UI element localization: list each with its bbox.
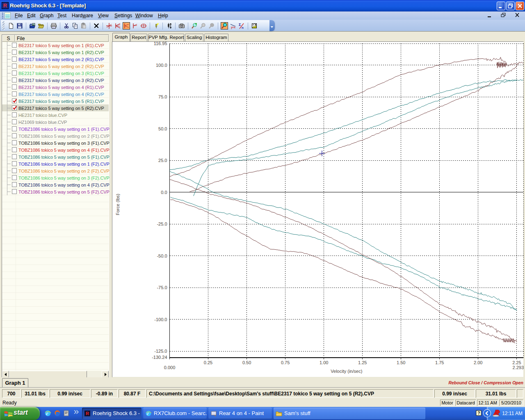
svg-text:75.0: 75.0 <box>158 94 167 99</box>
svg-text:116.95: 116.95 <box>154 41 167 46</box>
svg-text:R: R <box>86 411 89 416</box>
svg-text:25.0: 25.0 <box>158 158 167 163</box>
svg-text:0.000: 0.000 <box>164 365 176 370</box>
svg-text:1.75: 1.75 <box>435 360 444 365</box>
svg-text:y=x: y=x <box>231 26 235 29</box>
svg-text:n: n <box>242 26 244 29</box>
svg-text:2.293: 2.293 <box>513 365 524 370</box>
svg-text:-75.0: -75.0 <box>157 285 167 290</box>
svg-text:-50.0: -50.0 <box>157 253 167 258</box>
svg-text:2.00: 2.00 <box>474 360 482 365</box>
svg-text:-25.0: -25.0 <box>157 221 167 226</box>
svg-text:0.50: 0.50 <box>242 360 251 365</box>
svg-text:-130.24: -130.24 <box>152 355 167 360</box>
svg-text:1.00: 1.00 <box>320 360 328 365</box>
svg-text:Force (lbs): Force (lbs) <box>115 194 120 215</box>
svg-text:100.0: 100.0 <box>156 63 167 68</box>
svg-text:e: e <box>147 411 149 416</box>
svg-text:0.75: 0.75 <box>281 360 290 365</box>
svg-text:1.25: 1.25 <box>358 360 367 365</box>
svg-text:-100.0: -100.0 <box>154 317 167 322</box>
svg-text:0.0: 0.0 <box>161 190 167 195</box>
svg-text:-125.0: -125.0 <box>154 349 167 354</box>
svg-text:50.0: 50.0 <box>158 126 167 131</box>
svg-text:?: ? <box>477 411 480 415</box>
svg-text:1.50: 1.50 <box>397 360 405 365</box>
svg-text:Velocity (in/sec): Velocity (in/sec) <box>331 369 362 374</box>
svg-text:e: e <box>46 411 48 416</box>
svg-text:2.25: 2.25 <box>512 360 521 365</box>
svg-text:Σ: Σ <box>239 23 241 27</box>
svg-text:0.25: 0.25 <box>204 360 212 365</box>
